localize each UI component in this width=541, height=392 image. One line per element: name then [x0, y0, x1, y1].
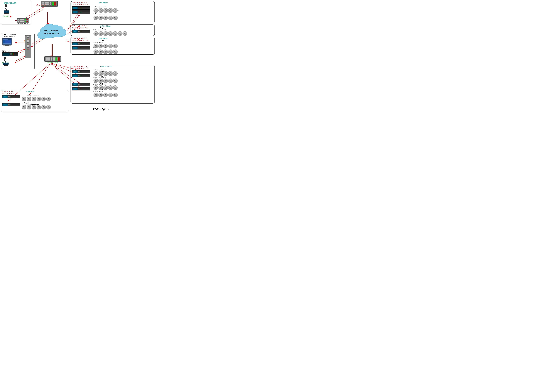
- floor27-row1-label: Ceiling speaker 28: [93, 29, 106, 31]
- speaker-item: [113, 93, 118, 97]
- speaker-item: [108, 78, 113, 83]
- floor8-amp2: IP AMP: [72, 10, 90, 14]
- speaker-item: [108, 8, 113, 13]
- floor8-row1-label: Ceiling speaker 25: [93, 6, 106, 8]
- speaker-item: [103, 16, 108, 20]
- ground-speakers-row4: [94, 93, 118, 97]
- speaker-item: [98, 8, 103, 13]
- floor8-row2-label: Ceiling speaker 25: [93, 13, 106, 15]
- ground-row3-label: Ceiling speaker 20: [93, 84, 106, 85]
- ground-speakers-row2: [94, 78, 118, 83]
- speaker-item: [113, 44, 118, 48]
- speaker-item: [32, 105, 36, 110]
- reception-ip-mic-label: IP MIC: [2, 16, 9, 18]
- speaker-item: [46, 97, 51, 101]
- speaker-item: [42, 97, 46, 101]
- floor-8-panel: IP Network AMP * 2 Ceiling speaker * 50 …: [71, 1, 155, 23]
- fire-host-device: [2, 52, 18, 56]
- speaker-item: [94, 49, 98, 54]
- speaker-item: [94, 8, 98, 13]
- speaker-item: [98, 31, 103, 36]
- reception-panel: Reception IP MIC IP MIC: [0, 0, 31, 25]
- speaker-item: [98, 85, 103, 90]
- floor8-speakers-row1: 25: [94, 8, 120, 13]
- speaker-item: [113, 85, 118, 90]
- speaker-item: [108, 71, 113, 76]
- floor8-amp1: IP AMP: [72, 6, 90, 10]
- speaker-item: [113, 78, 118, 83]
- speaker-item: [94, 16, 98, 20]
- speaker-item: [103, 8, 108, 13]
- svg-text:LAN, Internet: LAN, Internet: [44, 30, 58, 32]
- speaker-item: [108, 85, 113, 90]
- floor1-title: 1st floor: [99, 38, 108, 40]
- speaker-item: [123, 31, 127, 36]
- speaker-item: [108, 16, 113, 20]
- speaker-item: [103, 31, 108, 36]
- ground-floor-panel: IP Network AMP * 4 Ceiling speaker * 80 …: [71, 65, 155, 104]
- speaker-item: [36, 105, 41, 110]
- ground-amp3: IP AMP: [72, 83, 90, 86]
- pc-icon: [2, 38, 12, 46]
- speaker-item: [98, 78, 103, 83]
- ground-row2-label: Ceiling speaker 20: [93, 76, 106, 78]
- speaker-item: [103, 49, 108, 54]
- rvv-label: RVV2*2.0 Line: [93, 108, 109, 110]
- speaker-item: [94, 85, 98, 90]
- svg-text:network switch: network switch: [44, 33, 59, 35]
- reception-gooseneck-svg: IP MIC: [3, 4, 10, 15]
- cloud-svg: LAN, Internet network switch: [35, 23, 67, 43]
- floor1-row2-label: Ceiling speaker 20: [93, 47, 106, 49]
- command-title: Command center: [2, 34, 16, 36]
- ground-amp-label: IP Network AMP * 4: [72, 66, 87, 67]
- reception-title: Reception: [4, 2, 16, 4]
- basement-amp-label: IP Network AMP * 2: [2, 91, 17, 92]
- speaker-item: [36, 97, 41, 101]
- floor-2-7-panel: IP Network AMP * 1 Ceiling speaker * 28 …: [71, 25, 155, 36]
- ground-amp2: IP AMP: [72, 74, 90, 77]
- svg-text:IP MIC: IP MIC: [5, 63, 7, 64]
- ground-amp4: IP AMP: [72, 87, 90, 90]
- floor8-speakers-row2: [94, 16, 118, 20]
- reticle-switch: Reticle: [41, 1, 58, 7]
- ground-row4-label: Ceiling speaker 20: [93, 91, 106, 92]
- speaker-item: [103, 78, 108, 83]
- speaker-item: [108, 31, 113, 36]
- bottom-switch-label: network switch: [44, 62, 61, 63]
- speaker-item: [22, 105, 26, 110]
- broadcast-server-label: Broadcast server (PC): [2, 36, 16, 37]
- speaker-item: [27, 97, 31, 101]
- speaker-item: [103, 93, 108, 97]
- speaker-item: [22, 97, 26, 101]
- speaker-item: [118, 31, 123, 36]
- speaker-item: [32, 97, 36, 101]
- floor1-speaker-label: Ceiling speaker * 40: [72, 40, 88, 41]
- speaker-item: [42, 105, 46, 110]
- ground-row1-label: Ceiling speaker 20: [93, 69, 106, 71]
- basement-title: Basement: [26, 91, 34, 93]
- speaker-item: [108, 49, 113, 54]
- speaker-item: [113, 71, 118, 76]
- reticle-label: Reticle: [36, 4, 46, 7]
- speaker-item: [94, 31, 98, 36]
- floor27-title: 2-7th floor: [100, 25, 111, 27]
- basement-row2-label: Ceiling speaker 25: [22, 102, 35, 104]
- ground-speaker-label: Ceiling speaker * 80: [72, 68, 88, 69]
- command-tall-switch: [25, 35, 31, 58]
- basement-amp2: IP AMP: [2, 103, 20, 106]
- cloud-shape: LAN, Internet network switch: [35, 23, 67, 43]
- bottom-network-switch: network switch: [44, 56, 61, 63]
- speaker-item: [113, 16, 118, 20]
- basement-speaker-label: Ceiling speaker * 50: [2, 93, 18, 94]
- floor27-amp-label: IP Network AMP * 1: [72, 25, 87, 27]
- speaker-item: [46, 105, 51, 110]
- floor1-row1-label: Ceiling speaker 20: [93, 42, 106, 43]
- command-gooseneck-svg: IP MIC: [2, 57, 9, 66]
- floor27-speaker-label: Ceiling speaker * 28: [72, 27, 88, 29]
- floor8-row1-count: 25: [118, 10, 120, 11]
- speaker-item: [113, 31, 118, 36]
- basement-row1-label: Ceiling speaker 25: [26, 94, 39, 96]
- basement-amp1: IP AMP: [2, 95, 20, 98]
- floor-1-panel: IP Network AMP * 2 Ceiling speaker * 40 …: [71, 37, 155, 55]
- speaker-item: [27, 105, 31, 110]
